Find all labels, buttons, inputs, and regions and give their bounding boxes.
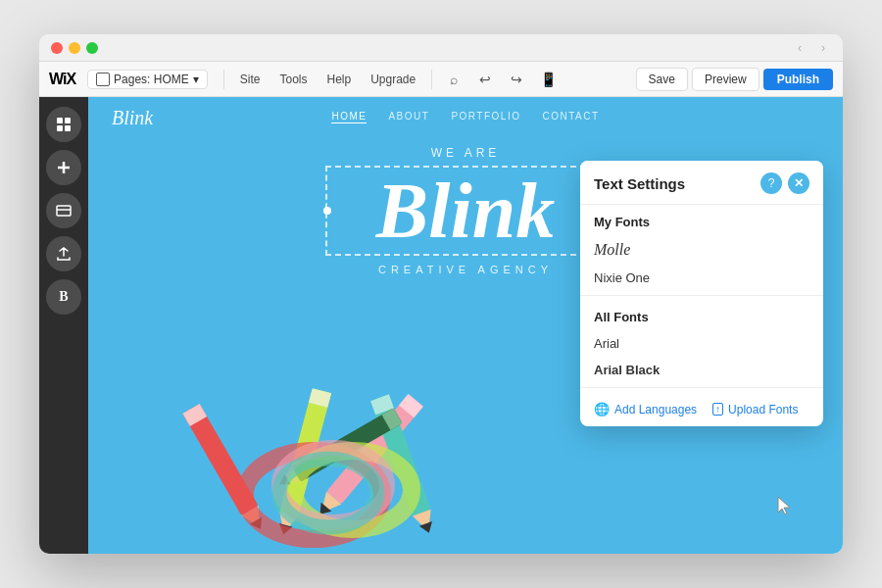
sidebar-icon-add[interactable]	[46, 150, 81, 185]
font-item-molle[interactable]: Molle	[580, 235, 823, 265]
hero-subtitle: WE ARE	[431, 146, 501, 160]
nav-home: HOME	[331, 111, 367, 123]
svg-rect-0	[57, 118, 63, 123]
redo-button[interactable]: ↪	[503, 66, 530, 93]
help-icon-button[interactable]: ?	[760, 172, 782, 194]
resize-handle-left[interactable]	[323, 207, 331, 215]
mac-window: ‹ › WiX Pages: HOME ▾ Site Tools Help Up…	[39, 34, 843, 554]
preview-button[interactable]: Preview	[692, 68, 760, 91]
add-languages-link[interactable]: 🌐 Add Languages	[594, 402, 697, 416]
left-sidebar: B	[39, 97, 88, 554]
tools-menu-button[interactable]: Tools	[271, 70, 315, 89]
pages-selector[interactable]: Pages: HOME ▾	[87, 70, 208, 89]
text-settings-panel: Text Settings ? ✕ My Fonts Molle Nixie O…	[580, 161, 823, 426]
pages-label: Pages: HOME	[114, 73, 189, 86]
font-name-arial-black: Arial Black	[594, 363, 660, 377]
my-fonts-label: My Fonts	[580, 205, 823, 235]
svg-rect-6	[57, 206, 71, 216]
pages-icon	[96, 73, 110, 86]
svg-rect-3	[65, 125, 71, 131]
font-item-arial-black[interactable]: Arial Black	[580, 357, 823, 383]
hero-tagline: CREATIVE AGENCY	[378, 264, 553, 275]
editor-area: B Blink HOME ABOUT PORTFOLIO CONTACT WE …	[39, 97, 843, 554]
panel-divider	[580, 295, 823, 296]
save-button[interactable]: Save	[636, 68, 688, 91]
panel-header: Text Settings ? ✕	[580, 161, 823, 205]
site-navigation: HOME ABOUT PORTFOLIO CONTACT	[88, 111, 843, 123]
help-menu-button[interactable]: Help	[318, 70, 359, 89]
panel-footer: 🌐 Add Languages ↑ Upload Fonts	[580, 392, 823, 426]
add-languages-label: Add Languages	[614, 403, 697, 416]
upload-fonts-label: Upload Fonts	[728, 403, 798, 416]
nav-portfolio: PORTFOLIO	[451, 111, 520, 123]
sidebar-icon-grid[interactable]	[46, 107, 81, 142]
back-arrow-icon[interactable]: ‹	[792, 40, 808, 56]
publish-button[interactable]: Publish	[763, 69, 833, 90]
toolbar-separator-2	[431, 70, 432, 89]
all-fonts-label: All Fonts	[580, 300, 823, 330]
nav-about: ABOUT	[388, 111, 429, 123]
title-bar-navigation: ‹ ›	[792, 40, 831, 56]
font-item-nixie[interactable]: Nixie One	[580, 265, 823, 291]
upgrade-menu-button[interactable]: Upgrade	[363, 70, 423, 89]
svg-rect-2	[57, 125, 63, 131]
mouse-cursor	[776, 495, 792, 516]
toolbar-right: Save Preview Publish	[636, 68, 833, 91]
nav-contact: CONTACT	[542, 111, 599, 123]
upload-fonts-icon: ↑	[712, 403, 723, 416]
panel-header-icons: ? ✕	[760, 172, 809, 194]
pages-dropdown-arrow: ▾	[193, 73, 199, 86]
upload-fonts-link[interactable]: ↑ Upload Fonts	[712, 403, 798, 416]
font-name-molle: Molle	[594, 241, 630, 259]
search-button[interactable]: ⌕	[440, 66, 467, 93]
mobile-view-button[interactable]: 📱	[534, 66, 562, 93]
canvas[interactable]: Blink HOME ABOUT PORTFOLIO CONTACT WE AR…	[88, 97, 843, 554]
minimize-button[interactable]	[69, 42, 80, 54]
undo-button[interactable]: ↩	[471, 66, 499, 93]
traffic-lights	[51, 42, 98, 54]
font-name-arial: Arial	[594, 336, 619, 351]
wix-logo: WiX	[49, 71, 75, 88]
close-button[interactable]	[51, 42, 63, 54]
panel-footer-divider	[580, 387, 823, 388]
add-languages-icon: 🌐	[594, 402, 610, 416]
toolbar: WiX Pages: HOME ▾ Site Tools Help Upgrad…	[39, 62, 843, 97]
hero-title: Blink	[376, 172, 555, 250]
toolbar-separator	[223, 70, 224, 89]
panel-title: Text Settings	[594, 175, 685, 192]
site-menu-button[interactable]: Site	[232, 70, 269, 89]
sidebar-icon-upload[interactable]	[46, 236, 81, 271]
sidebar-icon-media[interactable]	[46, 193, 81, 228]
close-panel-button[interactable]: ✕	[788, 172, 809, 194]
maximize-button[interactable]	[86, 42, 98, 54]
forward-arrow-icon[interactable]: ›	[815, 40, 831, 56]
blink-hero-container[interactable]: Blink	[325, 166, 606, 256]
sidebar-icon-blog[interactable]: B	[46, 279, 81, 315]
font-item-arial[interactable]: Arial	[580, 330, 823, 357]
font-name-nixie: Nixie One	[594, 270, 650, 285]
title-bar: ‹ ›	[39, 34, 843, 62]
svg-rect-1	[65, 118, 71, 123]
